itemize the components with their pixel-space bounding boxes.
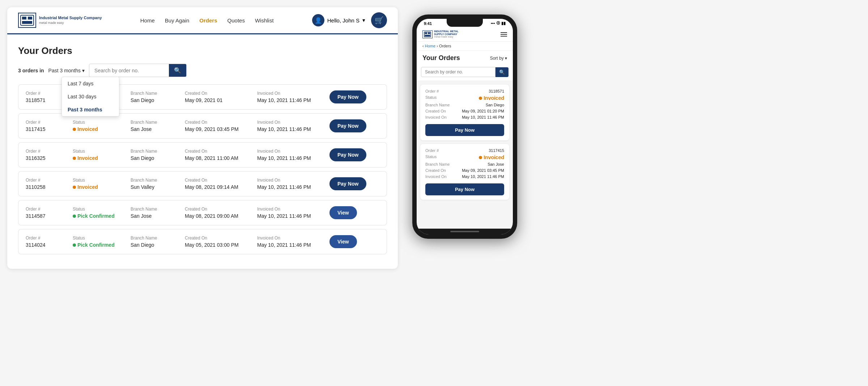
search-input[interactable]	[89, 65, 169, 76]
table-row: Order # 3114587 Status Pick Confirmed Br…	[18, 200, 387, 225]
status-col: Status Invoiced	[73, 149, 131, 161]
phone-branch-row: Branch Name San Diego	[425, 103, 504, 107]
search-container: 🔍	[89, 64, 187, 77]
phone-orders-list: Order # 3118571 Status Invoiced Branch N…	[417, 81, 513, 229]
nav-quotes[interactable]: Quotes	[227, 17, 245, 24]
svg-rect-5	[425, 32, 427, 34]
phone-pay-button[interactable]: Pay Now	[425, 183, 504, 195]
logo-box	[18, 13, 36, 28]
invoiced-col: Invoiced On May 10, 2021 11:46 PM	[257, 91, 329, 103]
main-content: Your Orders 3 orders in Past 3 months ▾ …	[7, 34, 398, 269]
breadcrumb-home[interactable]: Home	[425, 44, 435, 48]
nav-right: 👤 Hello, John S ▾ 🛒	[312, 12, 387, 28]
branch-col: Branch Name San Jose	[131, 120, 185, 132]
period-dropdown-button[interactable]: Past 3 months ▾	[48, 68, 85, 73]
cart-button[interactable]: 🛒	[371, 12, 387, 28]
phone-order-num-row: Order # 3117415	[425, 148, 504, 153]
dropdown-item-7days[interactable]: Last 7 days	[62, 77, 119, 90]
order-num-col: Order # 3114024	[26, 236, 73, 248]
phone-search-input[interactable]	[421, 67, 495, 77]
action-button[interactable]: Pay Now	[329, 119, 366, 132]
phone-order-card: Order # 3118571 Status Invoiced Branch N…	[420, 85, 509, 140]
phone-invoiced-row: Invoiced On May 10, 2021 11:46 PM	[425, 115, 504, 119]
svg-rect-1	[22, 17, 26, 20]
nav-links: Home Buy Again Orders Quotes Wishlist	[140, 17, 274, 24]
phone-logo-box	[422, 30, 433, 38]
svg-rect-7	[425, 35, 430, 37]
status-col: Status Pick Confirmed	[73, 236, 131, 248]
phone-pay-button[interactable]: Pay Now	[425, 124, 504, 136]
phone-order-num-row: Order # 3118571	[425, 89, 504, 93]
user-avatar: 👤	[312, 14, 324, 26]
mobile-panel-container: 9:41 ▪▪▪ ⦿ ▮▮ INDUSTRIAL METAL	[412, 7, 517, 269]
action-button[interactable]: View	[329, 235, 357, 248]
branch-col: Branch Name Sun Valley	[131, 178, 185, 190]
phone-search-button[interactable]: 🔍	[495, 67, 509, 77]
phone-breadcrumb: ‹ Home › Orders	[417, 42, 513, 51]
order-num-col: Order # 3117415	[26, 120, 73, 132]
orders-count: 3 orders in	[18, 68, 44, 73]
page-title: Your Orders	[18, 45, 387, 56]
nav-wishlist[interactable]: Wishlist	[255, 17, 274, 24]
phone-created-row: Created On May 09, 2021 03:45 PM	[425, 168, 504, 173]
action-col: View	[329, 235, 373, 248]
invoiced-col: Invoiced On May 10, 2021 11:46 PM	[257, 207, 329, 219]
action-button[interactable]: Pay Now	[329, 90, 366, 103]
phone-search: 🔍	[417, 65, 513, 81]
logo-text: Industrial Metal Supply Company metal ma…	[39, 16, 102, 25]
period-dropdown-menu: Last 7 days Last 30 days Past 3 months	[61, 77, 119, 116]
phone-branch-row: Branch Name San Jose	[425, 162, 504, 166]
phone-invoiced-row: Invoiced On May 10, 2021 11:46 PM	[425, 174, 504, 179]
user-button[interactable]: 👤 Hello, John S ▾	[312, 14, 365, 26]
phone-logo: INDUSTRIAL METAL SUPPLY COMPANY metal ma…	[422, 30, 459, 38]
action-col: Pay Now	[329, 177, 373, 190]
nav-orders[interactable]: Orders	[199, 17, 217, 24]
action-button[interactable]: View	[329, 206, 357, 219]
dropdown-item-3months[interactable]: Past 3 months	[62, 103, 119, 116]
phone-orders-header: Your Orders Sort by ▾	[417, 51, 513, 65]
nav-buy-again[interactable]: Buy Again	[165, 17, 190, 24]
action-col: Pay Now	[329, 90, 373, 103]
phone-header: INDUSTRIAL METAL SUPPLY COMPANY metal ma…	[417, 27, 513, 42]
dropdown-item-30days[interactable]: Last 30 days	[62, 90, 119, 103]
created-col: Created On May 05, 2021 03:00 PM	[185, 236, 257, 248]
phone-frame: 9:41 ▪▪▪ ⦿ ▮▮ INDUSTRIAL METAL	[412, 14, 517, 239]
phone-screen: 9:41 ▪▪▪ ⦿ ▮▮ INDUSTRIAL METAL	[417, 19, 513, 234]
svg-rect-2	[28, 17, 32, 20]
hamburger-menu[interactable]	[501, 32, 507, 37]
cart-icon: 🛒	[375, 16, 384, 25]
created-col: Created On May 09, 2021 01	[185, 91, 257, 103]
phone-order-card: Order # 3117415 Status Invoiced Branch N…	[420, 144, 509, 200]
phone-status-row: Status Invoiced	[425, 95, 504, 101]
created-col: Created On May 09, 2021 03:45 PM	[185, 120, 257, 132]
desktop-panel: Industrial Metal Supply Company metal ma…	[7, 7, 398, 269]
invoiced-col: Invoiced On May 10, 2021 11:46 PM	[257, 149, 329, 161]
home-indicator	[417, 229, 513, 234]
phone-created-row: Created On May 09, 2021 01:20 PM	[425, 109, 504, 113]
action-button[interactable]: Pay Now	[329, 148, 366, 161]
branch-col: Branch Name San Diego	[131, 149, 185, 161]
action-button[interactable]: Pay Now	[329, 177, 366, 190]
status-col: Status Pick Confirmed	[73, 207, 131, 219]
order-num-col: Order # 3110258	[26, 178, 73, 190]
action-col: Pay Now	[329, 119, 373, 132]
svg-rect-6	[428, 32, 430, 34]
action-col: Pay Now	[329, 148, 373, 161]
branch-col: Branch Name San Jose	[131, 207, 185, 219]
search-button[interactable]: 🔍	[169, 64, 186, 77]
created-col: Created On May 08, 2021 11:00 AM	[185, 149, 257, 161]
invoiced-col: Invoiced On May 10, 2021 11:46 PM	[257, 236, 329, 248]
svg-rect-3	[22, 21, 32, 24]
table-row: Order # 3114024 Status Pick Confirmed Br…	[18, 229, 387, 254]
home-bar	[450, 231, 479, 232]
phone-sort-button[interactable]: Sort by ▾	[490, 56, 507, 61]
status-col: Status Invoiced	[73, 178, 131, 190]
table-row: Order # 3116325 Status Invoiced Branch N…	[18, 142, 387, 167]
nav-home[interactable]: Home	[140, 17, 155, 24]
breadcrumb-current: Orders	[439, 44, 451, 48]
invoiced-col: Invoiced On May 10, 2021 11:46 PM	[257, 120, 329, 132]
status-col: Status Invoiced	[73, 120, 131, 132]
order-num-col: Order # 3116325	[26, 149, 73, 161]
invoiced-col: Invoiced On May 10, 2021 11:46 PM	[257, 178, 329, 190]
logo-area: Industrial Metal Supply Company metal ma…	[18, 13, 102, 28]
